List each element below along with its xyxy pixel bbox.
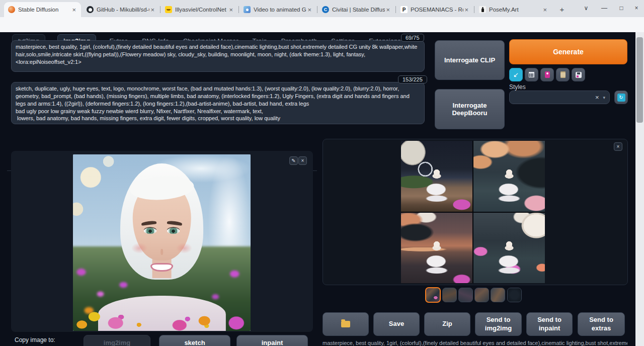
portrait-blush	[131, 243, 147, 253]
tab-close-icon[interactable]: ×	[385, 6, 391, 14]
browser-tab-controlnet[interactable]: Illyasviel/ControlNet at main ×	[161, 2, 238, 17]
new-tab-button[interactable]: +	[556, 4, 568, 15]
tab-separator	[238, 6, 239, 13]
styles-label: Styles	[509, 83, 526, 91]
page-scrollbar[interactable]	[635, 32, 644, 346]
generate-button[interactable]: Generate	[509, 39, 627, 64]
gallery-thumbnail[interactable]	[507, 288, 522, 302]
tab-title: Stable Diffusion	[18, 7, 71, 13]
browser-tab-stable-diffusion[interactable]: Stable Diffusion ×	[4, 2, 81, 17]
window-close-button[interactable]: ×	[629, 1, 644, 15]
tab-close-icon[interactable]: ×	[463, 6, 469, 14]
gif-converter-favicon	[244, 6, 251, 13]
browser-tab-github[interactable]: GitHub - Mikubill/sd-webui-con ×	[83, 2, 159, 17]
gallery-thumbnail[interactable]	[474, 288, 489, 302]
folder-icon	[341, 321, 350, 327]
apply-style-button[interactable]	[556, 68, 570, 81]
styles-dropdown[interactable]: × ▾	[509, 91, 610, 104]
clear-prompt-button[interactable]	[525, 68, 538, 81]
gallery-thumbnail-selected[interactable]	[425, 287, 441, 303]
extra-networks-button[interactable]	[540, 68, 554, 81]
negative-prompt-input[interactable]: sketch, duplicate, ugly, huge eyes, text…	[11, 82, 425, 124]
tab-separator	[160, 6, 160, 13]
styles-refresh-button[interactable]: ↻	[614, 91, 628, 104]
extra-networks-card-icon	[545, 71, 550, 78]
styles-clear-icon[interactable]: ×	[595, 94, 599, 101]
browser-toolbar: ← → ↻ i 127.0.0.1:7860 ↗ ☆ N ≡ ⋮	[0, 17, 644, 32]
tab-title: GitHub - Mikubill/sd-webui-con	[97, 7, 149, 13]
tab-close-icon[interactable]: ×	[306, 6, 312, 14]
portrait-smile	[150, 263, 174, 272]
civitai-favicon: C	[322, 6, 329, 13]
girl-figure	[494, 169, 525, 204]
save-style-button[interactable]	[572, 68, 585, 81]
result-image-2[interactable]	[473, 141, 545, 212]
send-to-inpaint-button[interactable]: Send to inpaint	[526, 312, 573, 336]
chevron-down-icon: ▾	[603, 95, 605, 100]
tab-close-icon[interactable]: ×	[149, 6, 155, 14]
result-image-grid[interactable]	[401, 141, 545, 283]
tab-close-icon[interactable]: ×	[542, 6, 548, 14]
save-button[interactable]: Save	[373, 312, 420, 336]
browser-tab-posemyart[interactable]: PoseMy.Art ×	[475, 2, 552, 17]
browser-tab-posemaniacs[interactable]: P POSEMANIACS - Royalty free 3 ×	[396, 2, 473, 17]
pencil-icon: ✎	[291, 158, 295, 163]
refresh-icon: ↻	[617, 94, 625, 102]
prompt-input[interactable]: masterpiece, best quality, 1girl, (color…	[11, 40, 425, 72]
edit-image-button[interactable]: ✎	[289, 156, 298, 165]
tab-separator	[474, 6, 474, 13]
girl-figure	[421, 169, 452, 204]
copy-to-sketch-button[interactable]: sketch	[159, 335, 230, 346]
huggingface-favicon	[165, 6, 172, 13]
window-maximize-button[interactable]: □	[614, 1, 629, 15]
posemaniacs-favicon: P	[400, 6, 408, 13]
tab-title: Video to animated GIF converter	[254, 7, 306, 13]
trash-icon	[529, 72, 534, 77]
negative-prompt-token-counter: 153/225	[398, 75, 427, 83]
send-to-img2img-button[interactable]: Send to img2img	[475, 312, 522, 336]
portrait-foreground-flowers	[73, 299, 251, 331]
interrogate-deepbooru-button[interactable]: Interrogate DeepBooru	[435, 89, 505, 129]
result-image-4[interactable]	[473, 213, 545, 284]
result-image-1[interactable]	[401, 141, 472, 212]
tab-close-icon[interactable]: ×	[228, 6, 234, 14]
clipboard-icon	[560, 71, 566, 78]
close-icon: ×	[617, 144, 620, 149]
browser-tab-gif-converter[interactable]: Video to animated GIF converter ×	[239, 2, 316, 17]
remove-image-button[interactable]: ×	[298, 156, 307, 165]
girl-figure	[494, 241, 525, 276]
gallery-thumbnail[interactable]	[491, 288, 505, 302]
prompt-token-counter: 69/75	[401, 34, 424, 42]
gallery-thumbnail[interactable]	[442, 288, 457, 302]
zip-button[interactable]: Zip	[424, 312, 470, 336]
browser-tab-civitai[interactable]: C Civitai | Stable Diffusion models ×	[318, 2, 395, 17]
portrait-eye	[167, 228, 180, 234]
paste-generation-params-button[interactable]: ↙	[509, 68, 523, 81]
tab-close-icon[interactable]: ×	[71, 6, 77, 14]
tab-separator	[317, 6, 317, 13]
copy-to-inpaint-button[interactable]: inpaint	[236, 335, 308, 346]
copy-image-to-label: Copy image to:	[15, 336, 55, 343]
generation-info-text: masterpiece, best quality, 1girl, (color…	[323, 340, 627, 346]
send-to-extras-button[interactable]: Send to extras	[578, 312, 625, 336]
tab-separator	[395, 6, 396, 13]
scrollbar-thumb[interactable]	[636, 37, 643, 123]
browser-tabstrip: Stable Diffusion × GitHub - Mikubill/sd-…	[0, 0, 644, 17]
tab-title: POSEMANIACS - Royalty free 3	[411, 7, 463, 13]
portrait-eye	[144, 228, 156, 234]
gallery-close-button[interactable]: ×	[614, 142, 622, 151]
tab-title: PoseMy.Art	[489, 7, 542, 13]
interrogate-clip-button[interactable]: Interrogate CLIP	[435, 40, 505, 80]
stable-diffusion-favicon	[8, 6, 15, 13]
girl-figure	[421, 241, 452, 276]
gallery-thumbnail[interactable]	[458, 288, 473, 302]
tab-search-chevron-icon[interactable]: ∨	[579, 1, 594, 15]
posemyart-favicon	[479, 6, 486, 13]
paste-arrow-icon: ↙	[513, 71, 519, 78]
tab-title: Illyasviel/ControlNet at main	[175, 7, 228, 13]
result-image-3[interactable]	[401, 213, 472, 284]
window-minimize-button[interactable]: —	[597, 1, 612, 15]
img2img-source-image-area[interactable]: ✎ ×	[11, 151, 313, 332]
open-folder-button[interactable]	[323, 312, 369, 336]
close-icon: ×	[301, 158, 304, 163]
